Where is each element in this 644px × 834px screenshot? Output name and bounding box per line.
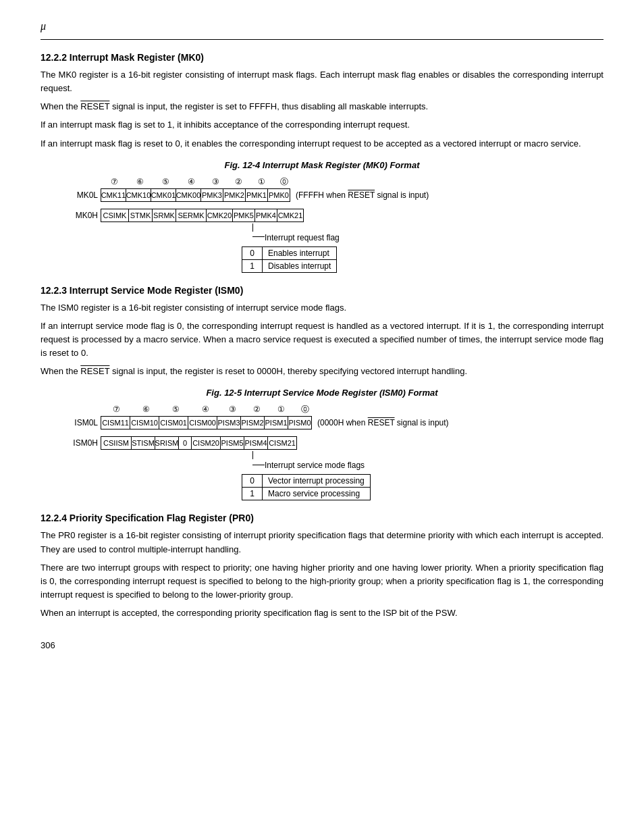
para-mk0-4: If an interrupt mask flag is reset to 0,… xyxy=(41,137,603,151)
mk0-flag-label: Interrupt request flag xyxy=(265,233,340,242)
bit-0: ⓪ xyxy=(273,177,296,187)
mk0l-cmk00: CMK00 xyxy=(176,188,201,202)
ism0l-cism00: CISM00 xyxy=(188,416,217,429)
mk0h-row: MK0H CSIMK STMK SRMK SERMK CMK20 PMK5 PM… xyxy=(68,209,304,222)
mk0l-cmk01: CMK01 xyxy=(151,188,176,202)
table-row: 0 Enables interrupt xyxy=(242,246,337,259)
mk0l-pmk3: PMK3 xyxy=(200,188,223,202)
ism-bit-4: ④ xyxy=(190,405,220,415)
mk0h-stmk: STMK xyxy=(128,209,153,222)
mk0l-cmk10: CMK10 xyxy=(126,188,151,202)
para-ism0-3: When the RESET signal is input, the regi… xyxy=(41,365,603,378)
ism0l-label: ISM0L xyxy=(68,418,101,427)
ism-val-1: 1 xyxy=(242,488,263,500)
mk0-diagram: ⑦ ⑥ ⑤ ④ ③ ② ① ⓪ MK0L CMK11 CMK10 CMK01 C… xyxy=(68,177,603,273)
heading-12-2-2: 12.2.2 Interrupt Mask Register (MK0) xyxy=(41,52,603,63)
bit-2: ② xyxy=(227,177,250,187)
reset-overline-2: RESET xyxy=(80,366,109,376)
ism0l-pism0: PISM0 xyxy=(288,416,312,429)
ism-bit-0: ⓪ xyxy=(293,405,317,415)
bit-5: ⑤ xyxy=(153,177,178,187)
mk0h-sermk: SERMK xyxy=(176,209,207,222)
mk0l-pmk0: PMK0 xyxy=(267,188,290,202)
mk0l-label: MK0L xyxy=(68,190,101,200)
para-pr0-1: The PR0 register is a 16-bit register co… xyxy=(41,529,603,556)
ism0h-zero: 0 xyxy=(178,436,192,450)
ism0h-csiism: CSIISM xyxy=(101,436,132,450)
ism-desc-1: Macro service processing xyxy=(263,488,371,500)
ism0l-pism3: PISM3 xyxy=(217,416,241,429)
ism0-bit-numbers: ⑦ ⑥ ⑤ ④ ③ ② ① ⓪ xyxy=(101,405,317,415)
mk0h-cmk20: CMK20 xyxy=(206,209,233,222)
mk0h-label: MK0H xyxy=(68,211,101,220)
para-ism0-1: The ISM0 register is a 16-bit register c… xyxy=(41,301,603,315)
para-pr0-2: There are two interrupt groups with resp… xyxy=(41,561,603,602)
ism0h-cism21: CISM21 xyxy=(267,436,297,450)
ism0-value-table: 0 Vector interrupt processing 1 Macro se… xyxy=(242,474,371,500)
mk0h-csimk: CSIMK xyxy=(101,209,129,222)
heading-12-2-3: 12.2.3 Interrupt Service Mode Register (… xyxy=(41,285,603,296)
mk0l-cmk11: CMK11 xyxy=(101,188,126,202)
para-mk0-2: When the RESET signal is input, the regi… xyxy=(41,100,603,113)
heading-12-2-4: 12.2.4 Priority Specification Flag Regis… xyxy=(41,513,603,523)
ism0h-stism: STISM xyxy=(131,436,155,450)
ism0-flag-label: Interrupt service mode flags xyxy=(265,461,365,470)
para-ism0-2: If an interrupt service mode flag is 0, … xyxy=(41,319,603,360)
bit-4: ④ xyxy=(178,177,204,187)
table-row: 0 Vector interrupt processing xyxy=(242,475,371,488)
section-12-2-4: 12.2.4 Priority Specification Flag Regis… xyxy=(41,513,603,620)
mk0l-pmk2: PMK2 xyxy=(223,188,246,202)
ism0l-cism01: CISM01 xyxy=(159,416,188,429)
reset-overline-1: RESET xyxy=(80,101,109,111)
section-12-2-3: 12.2.3 Interrupt Service Mode Register (… xyxy=(41,285,603,501)
bit-6: ⑥ xyxy=(127,177,153,187)
section-12-2-2: 12.2.2 Interrupt Mask Register (MK0) The… xyxy=(41,52,603,273)
ism-desc-0: Vector interrupt processing xyxy=(263,475,371,488)
page-header: μ xyxy=(41,20,603,32)
fig-title-ism0: Fig. 12-5 Interrupt Service Mode Registe… xyxy=(41,388,603,398)
table-row: 1 Disables interrupt xyxy=(242,259,337,272)
para-pr0-3: When an interrupt is accepted, the corre… xyxy=(41,606,603,620)
mk0-flag-area: Interrupt request flag 0 Enables interru… xyxy=(101,224,340,273)
ism-bit-1: ① xyxy=(269,405,293,415)
ism-bit-6: ⑥ xyxy=(131,405,161,415)
desc-1: Disables interrupt xyxy=(263,259,337,272)
mu-symbol: μ xyxy=(41,20,46,32)
ism0l-pism1: PISM1 xyxy=(264,416,288,429)
mk0l-pmk1: PMK1 xyxy=(245,188,268,202)
ism0-flag-area: Interrupt service mode flags 0 Vector in… xyxy=(101,451,371,500)
ism0h-label: ISM0H xyxy=(68,438,101,448)
ism0h-cism20: CISM20 xyxy=(191,436,221,450)
ism0l-note: (0000H when RESET signal is input) xyxy=(317,418,449,427)
mk0l-note: (FFFFH when RESET signal is input) xyxy=(296,190,429,200)
ism0l-cism11: CISM11 xyxy=(101,416,130,429)
page-number: 306 xyxy=(41,640,603,650)
ism0h-pism5: PISM5 xyxy=(220,436,244,450)
ism0l-cism10: CISM10 xyxy=(130,416,159,429)
ism-val-0: 0 xyxy=(242,475,263,488)
ism0l-pism2: PISM2 xyxy=(240,416,265,429)
mk0h-cmk21: CMK21 xyxy=(277,209,304,222)
ism0h-srism: SRISM xyxy=(155,436,179,450)
mk0-value-table: 0 Enables interrupt 1 Disables interrupt xyxy=(242,246,337,273)
table-row: 1 Macro service processing xyxy=(242,488,371,500)
ism-bit-2: ② xyxy=(244,405,269,415)
mk0h-pmk5: PMK5 xyxy=(232,209,255,222)
ism0h-row: ISM0H CSIISM STISM SRISM 0 CISM20 PISM5 … xyxy=(68,436,297,450)
mk0l-row: MK0L CMK11 CMK10 CMK01 CMK00 PMK3 PMK2 P… xyxy=(68,188,429,202)
ism-bit-3: ③ xyxy=(220,405,244,415)
ism0l-row: ISM0L CISM11 CISM10 CISM01 CISM00 PISM3 … xyxy=(68,416,449,429)
top-rule xyxy=(41,39,603,40)
ism0h-pism4: PISM4 xyxy=(244,436,268,450)
bit-1: ① xyxy=(250,177,273,187)
mk0h-srmk: SRMK xyxy=(152,209,176,222)
bit-3: ③ xyxy=(204,177,227,187)
val-0: 0 xyxy=(242,246,263,259)
mk0h-pmk4: PMK4 xyxy=(254,209,277,222)
ism0-diagram: ⑦ ⑥ ⑤ ④ ③ ② ① ⓪ ISM0L CISM11 CISM10 CISM… xyxy=(68,405,603,500)
mk0-bit-numbers: ⑦ ⑥ ⑤ ④ ③ ② ① ⓪ xyxy=(101,177,296,187)
fig-title-mk0: Fig. 12-4 Interrupt Mask Register (MK0) … xyxy=(41,160,603,170)
para-mk0-3: If an interrupt mask flag is set to 1, i… xyxy=(41,118,603,132)
desc-0: Enables interrupt xyxy=(263,246,337,259)
bit-7: ⑦ xyxy=(101,177,127,187)
